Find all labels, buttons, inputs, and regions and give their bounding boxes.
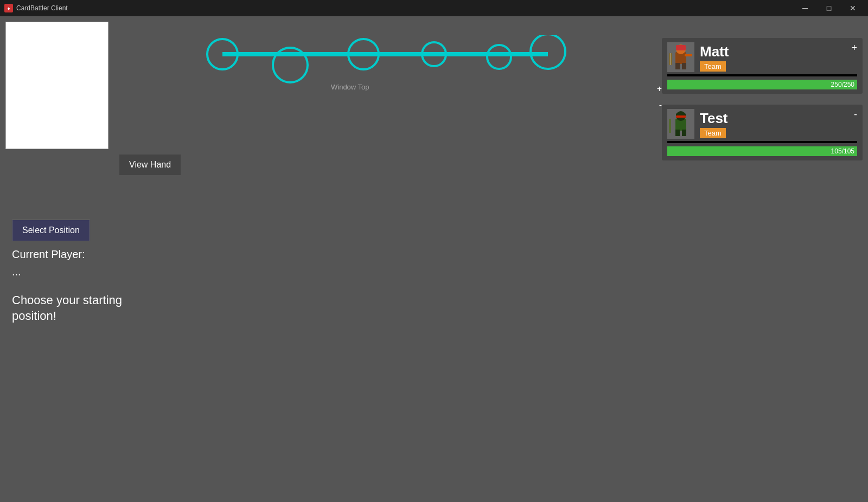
- svg-rect-18: [676, 115, 686, 118]
- main-content: View Hand Select Position Current Player…: [0, 16, 868, 502]
- title-bar-left: ♦ CardBattler Client: [4, 4, 68, 12]
- player-expand-test[interactable]: -: [854, 109, 857, 120]
- window-top-label: Window Top: [326, 81, 375, 93]
- choose-position-text: Choose your starting position!: [12, 293, 164, 324]
- hp-bar-container-test: 105/105: [667, 146, 857, 156]
- player-info-matt: Matt Team: [700, 43, 846, 72]
- hp-bar-matt: [667, 80, 857, 89]
- player-avatar-test: [667, 109, 694, 139]
- hp-bar-test: [667, 146, 857, 156]
- player-name-test: Test: [700, 110, 848, 127]
- svg-rect-21: [669, 119, 671, 133]
- player-card-test: Test Team - 105/105: [662, 105, 863, 160]
- maximize-button[interactable]: □: [818, 0, 840, 16]
- select-position-button[interactable]: Select Position: [12, 220, 90, 241]
- player-header-matt: Matt Team +: [667, 42, 857, 72]
- svg-rect-14: [685, 54, 692, 56]
- player-info-test: Test Team: [700, 110, 848, 138]
- hp-text-test: 105/105: [831, 146, 854, 156]
- title-bar: ♦ CardBattler Client ─ □ ✕: [0, 0, 868, 16]
- hex-grid-svg[interactable]: [198, 100, 654, 393]
- player-card-matt: Matt Team + 250/250: [662, 38, 863, 94]
- plus-indicator: +: [657, 84, 662, 94]
- close-button[interactable]: ✕: [842, 0, 864, 16]
- hex-grid: [198, 100, 654, 395]
- current-player-value: ...: [12, 266, 21, 278]
- hp-bar-container-matt: 250/250: [667, 80, 857, 89]
- svg-point-5: [487, 45, 511, 69]
- player-name-matt: Matt: [700, 43, 846, 60]
- svg-rect-20: [682, 130, 686, 136]
- view-hand-button[interactable]: View Hand: [119, 155, 181, 175]
- hp-text-matt: 250/250: [831, 80, 854, 89]
- window-controls: ─ □ ✕: [794, 0, 864, 16]
- card-preview: [5, 22, 108, 149]
- player-header-test: Test Team -: [667, 109, 857, 139]
- player-panel: Matt Team + 250/250: [662, 38, 863, 171]
- player-avatar-matt: [667, 42, 694, 72]
- app-icon: ♦: [4, 4, 13, 12]
- minimize-button[interactable]: ─: [794, 0, 816, 16]
- svg-rect-10: [675, 63, 680, 69]
- current-player-label: Current Player:: [12, 248, 85, 261]
- turn-chain: [190, 35, 580, 89]
- player-team-matt: Team: [700, 61, 726, 72]
- app-title: CardBattler Client: [16, 4, 68, 12]
- svg-rect-9: [676, 45, 686, 50]
- player-expand-matt[interactable]: +: [851, 42, 857, 54]
- player-team-test: Team: [700, 128, 726, 138]
- svg-rect-11: [682, 63, 686, 69]
- svg-rect-19: [675, 130, 680, 136]
